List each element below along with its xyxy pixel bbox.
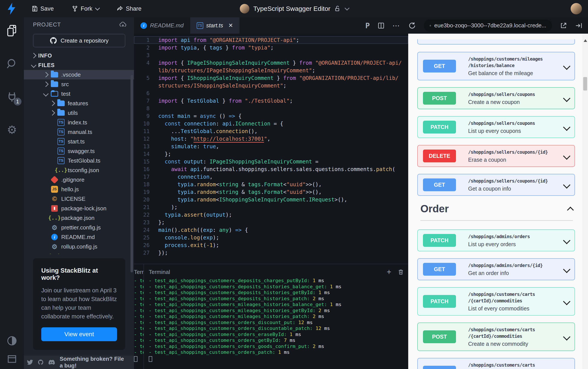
file-label: hello.js bbox=[61, 186, 79, 193]
refresh-icon[interactable] bbox=[408, 22, 416, 30]
file-tree-item-LICENSE[interactable]: ©LICENSE bbox=[24, 194, 134, 204]
chevron-right-icon[interactable] bbox=[50, 101, 55, 106]
expand-endpoint-icon[interactable] bbox=[563, 152, 570, 160]
split-columns-icon[interactable] bbox=[378, 22, 384, 29]
file-tree-item-swagger.ts[interactable]: TSswagger.ts bbox=[24, 146, 134, 156]
file-tree-item-start.ts[interactable]: TSstart.ts bbox=[24, 137, 134, 146]
terminal-split-sliver[interactable]: Terminal - test_api_shoppings_customers_… bbox=[134, 264, 144, 369]
expand-endpoint-icon[interactable] bbox=[563, 266, 570, 273]
file-tree-item-prettier.config.js[interactable]: ⚙prettier.config.js bbox=[24, 223, 134, 232]
tree-section-files[interactable]: FILES bbox=[24, 60, 134, 70]
endpoint-row-patch[interactable]: PATCH/shoppings/customers/carts/{cartId}… bbox=[417, 287, 575, 316]
scroll-up-icon[interactable] bbox=[584, 39, 587, 42]
endpoint-row-delete[interactable]: DELETE/shoppings/sellers/coupons/{id}Era… bbox=[417, 145, 575, 167]
fork-chevron-down-icon[interactable] bbox=[95, 6, 100, 11]
discord-icon[interactable] bbox=[48, 359, 55, 365]
file-tree-item-swagger.json[interactable]: {..}swagger.json bbox=[24, 251, 134, 254]
endpoint-row-patch[interactable]: PATCH/shoppings/sellers/couponsList up e… bbox=[417, 116, 575, 138]
download-project-icon[interactable] bbox=[119, 21, 127, 28]
terminal-line: - test_api_shoppings_customers_deposits_… bbox=[149, 284, 404, 290]
file-tree-item-README.md[interactable]: iREADME.md bbox=[24, 232, 134, 242]
expand-endpoint-icon[interactable] bbox=[563, 237, 570, 244]
code-editor[interactable]: 1import api from "@ORGANIZATION/PROJECT-… bbox=[134, 34, 408, 264]
expand-endpoint-icon[interactable] bbox=[563, 298, 570, 305]
files-icon[interactable] bbox=[5, 24, 19, 38]
project-owner-avatar[interactable] bbox=[240, 4, 249, 13]
collapse-section-icon[interactable] bbox=[567, 207, 574, 213]
theme-contrast-icon[interactable] bbox=[5, 334, 19, 348]
preview-vertical-scrollbar[interactable] bbox=[582, 34, 588, 369]
section-header-order: Order bbox=[420, 203, 573, 220]
endpoint-row-patch[interactable]: PATCH/shoppings/admins/ordersList up eve… bbox=[417, 229, 575, 251]
terminal-main[interactable]: Terminal + - test_api_shoppings_customer… bbox=[144, 264, 408, 369]
file-tree-item-package.json[interactable]: {..}package.json bbox=[24, 213, 134, 223]
chevron-right-icon[interactable] bbox=[50, 110, 55, 115]
file-tree-item-manual.ts[interactable]: TSmanual.ts bbox=[24, 127, 134, 137]
file-tree: INFOFILES.vscodesrctestfeaturesutilsTSin… bbox=[24, 51, 134, 254]
file-label: tsconfig.json bbox=[68, 167, 99, 174]
chevron-right-icon[interactable] bbox=[43, 82, 48, 87]
file-tree-item-index.ts[interactable]: TSindex.ts bbox=[24, 118, 134, 127]
file-a-bug-link[interactable]: Something broken? File a bug! bbox=[60, 356, 128, 369]
plugins-badge: 1 bbox=[14, 98, 21, 105]
unlock-icon[interactable] bbox=[334, 5, 341, 12]
fork-button[interactable]: Fork bbox=[68, 3, 102, 14]
endpoint-description: List up every orders bbox=[468, 241, 562, 247]
share-button[interactable]: Share bbox=[113, 3, 145, 14]
sidebar-scrollbar[interactable] bbox=[131, 75, 133, 272]
expand-endpoint-icon[interactable] bbox=[563, 123, 570, 131]
save-button[interactable]: Save bbox=[28, 3, 57, 14]
github-footer-icon[interactable] bbox=[38, 359, 44, 366]
file-tree-item-TestGlobal.ts[interactable]: TSTestGlobal.ts bbox=[24, 156, 134, 165]
expand-endpoint-icon[interactable] bbox=[563, 95, 570, 102]
endpoint-row-get[interactable]: GET/shoppings/sellers/coupons/{id}Get a … bbox=[417, 174, 575, 196]
endpoint-row-post[interactable]: POST/shoppings/sellers/couponsCreate a n… bbox=[417, 87, 575, 109]
code-line-9: 9const main = async () => { bbox=[134, 112, 408, 120]
tab-start-ts[interactable]: TS start.ts ✕ bbox=[190, 17, 240, 34]
vertical-scroll-thumb[interactable] bbox=[583, 77, 587, 91]
file-tree-item-rollup.config.js[interactable]: ⚙rollup.config.js bbox=[24, 242, 134, 251]
chevron-right-icon[interactable] bbox=[43, 72, 48, 77]
expand-endpoint-icon[interactable] bbox=[563, 333, 570, 340]
visibility-chevron-down-icon[interactable] bbox=[345, 6, 350, 11]
new-terminal-icon[interactable]: + bbox=[387, 267, 391, 277]
file-tree-item-utils[interactable]: utils bbox=[24, 108, 134, 118]
expand-endpoint-icon[interactable] bbox=[563, 62, 570, 70]
prettier-icon[interactable]: P bbox=[365, 21, 370, 30]
file-tree-item-features[interactable]: features bbox=[24, 99, 134, 108]
stackblitz-logo-icon[interactable] bbox=[4, 3, 19, 15]
create-repository-button[interactable]: Create a repository bbox=[33, 34, 125, 47]
tab-readme[interactable]: i README.md bbox=[134, 17, 190, 34]
endpoint-row-partial[interactable] bbox=[417, 39, 575, 44]
expand-endpoint-icon[interactable] bbox=[563, 181, 570, 189]
twitter-icon[interactable] bbox=[27, 359, 33, 366]
kill-terminal-icon[interactable] bbox=[398, 269, 404, 275]
file-tree-item-package-lock.json[interactable]: package-lock.json bbox=[24, 204, 134, 213]
preview-url-bar[interactable]: eue3bo-zoqo--3000--7dbe22a9.local-crede.… bbox=[424, 20, 552, 32]
file-tree-item-.vscode[interactable]: .vscode bbox=[24, 70, 134, 80]
endpoint-row-get[interactable]: GET/shoppings/admins/orders/{id}Get an o… bbox=[417, 258, 575, 280]
file-tree-item-tsconfig.json[interactable]: {..}tsconfig.json bbox=[24, 165, 134, 175]
tree-section-info[interactable]: INFO bbox=[24, 51, 134, 60]
file-tree-item-test[interactable]: test bbox=[24, 89, 134, 99]
dock-preview-icon[interactable] bbox=[575, 22, 582, 29]
endpoint-row-post[interactable]: POST/shoppings/customers/carts/{cartId}/… bbox=[417, 323, 575, 351]
plugins-icon[interactable]: 1 bbox=[5, 90, 19, 104]
folder-file-icon bbox=[50, 71, 59, 78]
chevron-right-icon[interactable] bbox=[31, 53, 36, 58]
layout-panel-icon[interactable] bbox=[5, 352, 19, 366]
search-icon[interactable] bbox=[5, 57, 19, 71]
file-tree-item-src[interactable]: src bbox=[24, 80, 134, 89]
more-options-icon[interactable]: ⋯ bbox=[392, 21, 400, 30]
file-tree-item-hello.js[interactable]: JShello.js bbox=[24, 184, 134, 194]
chevron-down-icon[interactable] bbox=[43, 91, 48, 96]
user-avatar[interactable] bbox=[571, 3, 582, 14]
endpoint-row-get[interactable]: GET/shoppings/customers/carts/{cartId}/c… bbox=[417, 358, 575, 369]
file-tree-item-.gitignore[interactable]: .gitignore bbox=[24, 175, 134, 184]
close-tab-icon[interactable]: ✕ bbox=[228, 22, 233, 29]
open-external-icon[interactable] bbox=[560, 22, 567, 29]
endpoint-row-get[interactable]: GET/shoppings/customers/mileages/histori… bbox=[417, 52, 575, 80]
view-event-button[interactable]: View event bbox=[41, 327, 117, 341]
settings-gear-icon[interactable]: ⚙ bbox=[5, 123, 19, 137]
chevron-down-icon[interactable] bbox=[31, 62, 36, 68]
